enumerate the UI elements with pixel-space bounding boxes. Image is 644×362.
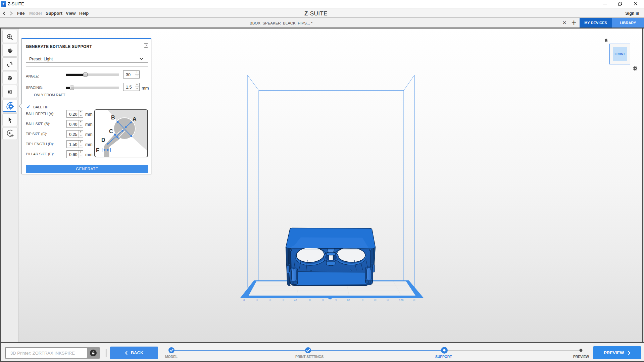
svg-text:60: 60 (322, 299, 324, 301)
svg-text:D: D (101, 137, 105, 143)
svg-text:100: 100 (374, 299, 377, 301)
svg-text:20: 20 (269, 299, 271, 301)
svg-text:70: 70 (335, 299, 337, 301)
svg-text:90: 90 (362, 299, 364, 301)
svg-text:A: A (133, 116, 137, 122)
svg-text:120: 120 (399, 299, 404, 302)
svg-text:110: 110 (387, 299, 389, 301)
svg-text:40: 40 (294, 299, 297, 302)
svg-text:130: 130 (413, 299, 415, 301)
svg-text:E: E (96, 148, 100, 153)
svg-text:80: 80 (347, 299, 350, 302)
svg-text:10: 10 (256, 299, 258, 301)
svg-text:0: 0 (243, 299, 245, 302)
svg-text:C: C (109, 128, 113, 134)
svg-text:50: 50 (309, 299, 311, 301)
svg-text:B: B (111, 115, 115, 120)
svg-text:30: 30 (283, 299, 285, 301)
